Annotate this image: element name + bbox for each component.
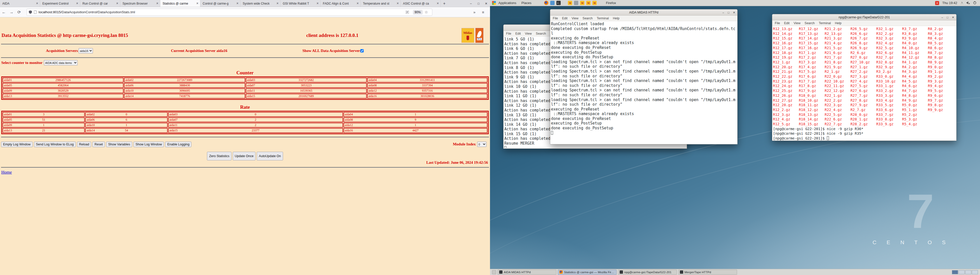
tab-close-icon[interactable]: ✕ xyxy=(116,2,118,5)
menu-file[interactable]: File xyxy=(506,32,511,35)
menu-edit[interactable]: Edit xyxy=(784,21,790,25)
volume-muted-icon[interactable] xyxy=(966,1,970,5)
menu-search[interactable]: Search xyxy=(536,32,546,35)
close-icon[interactable]: ✕ xyxy=(733,11,735,14)
hamburger-menu-icon[interactable]: ≡ xyxy=(479,10,487,14)
show-log-window-button[interactable]: Show Log Window xyxy=(134,142,164,147)
firefox-launcher-icon[interactable] xyxy=(544,1,549,5)
menu-help[interactable]: Help xyxy=(613,17,619,20)
back-button[interactable]: ← xyxy=(0,10,8,14)
reload-button[interactable]: Reload xyxy=(77,142,91,147)
menu-file[interactable]: File xyxy=(775,21,780,25)
focused-app-name[interactable]: Firefox xyxy=(606,1,616,5)
menu-help[interactable]: Help xyxy=(835,21,842,25)
show-variables-button[interactable]: Show Variables xyxy=(106,142,132,147)
files-launcher-icon[interactable] xyxy=(550,1,555,5)
reload-button[interactable]: ⟳ xyxy=(15,9,23,14)
home-link[interactable]: Home xyxy=(1,170,12,175)
midas-launcher-icon[interactable]: M xyxy=(592,1,597,5)
power-icon[interactable] xyxy=(973,1,977,5)
workspace-2[interactable] xyxy=(959,270,965,274)
tab-6[interactable]: Control @ carme-g✕ xyxy=(200,0,240,7)
send-log-window-to-elog-button[interactable]: Send Log Window to ELog xyxy=(34,142,76,147)
reset-button[interactable]: Reset xyxy=(92,142,105,147)
window-titlebar[interactable]: AIDA MIDAS HTTPd – □ ✕ xyxy=(550,9,737,16)
tab-close-icon[interactable]: ✕ xyxy=(317,2,319,5)
midas-launcher-icon[interactable]: M xyxy=(568,1,572,5)
module-index-select[interactable]: 0 xyxy=(477,142,487,147)
acquisition-server-select[interactable]: aida16 xyxy=(79,48,93,54)
places-menu[interactable]: Places xyxy=(519,1,534,5)
overflow-menu-icon[interactable]: » xyxy=(470,10,479,14)
close-icon[interactable]: ✕ xyxy=(482,2,490,5)
tab-close-icon[interactable]: ✕ xyxy=(396,2,399,5)
workspace-3[interactable] xyxy=(965,270,971,274)
tab-10[interactable]: Temperature and st✕ xyxy=(361,0,401,7)
menu-file[interactable]: File xyxy=(553,17,558,20)
close-icon[interactable]: ✕ xyxy=(952,16,954,19)
tab-2[interactable]: Experiment Control✕ xyxy=(40,0,80,7)
tab-close-icon[interactable]: ✕ xyxy=(156,2,159,5)
taskbar-button[interactable]: Statistics @ carme-gsi — Mozilla Fir… xyxy=(558,270,617,275)
counter-monitor-select[interactable]: AIDA ADC data items xyxy=(44,60,78,65)
menu-edit[interactable]: Edit xyxy=(515,32,521,35)
url-bar[interactable]: localhost:8015/DataAcquisitionControl/Da… xyxy=(27,9,432,16)
bookmark-star-icon[interactable]: ☆ xyxy=(425,10,428,14)
tab-close-icon[interactable]: ✕ xyxy=(356,2,359,5)
tab-11[interactable]: ASIC Control @ ca✕ xyxy=(401,0,441,7)
shield-icon[interactable] xyxy=(29,10,32,14)
clock[interactable]: Thu 19:42 xyxy=(942,1,957,5)
terminal-launcher-icon[interactable]: >_ xyxy=(556,1,561,5)
midas-launcher-icon[interactable]: M xyxy=(580,1,584,5)
tab-5[interactable]: Statistics @ carme✕ xyxy=(160,0,200,7)
autoupdate-on-button[interactable]: AutoUpdate On xyxy=(257,152,283,160)
terminal-output[interactable]: RunControlClient loadedCompleted custom … xyxy=(550,21,737,144)
tab-9[interactable]: FADC Align & Cont✕ xyxy=(321,0,361,7)
midas-launcher-icon[interactable]: M xyxy=(586,1,590,5)
enable-logging-button[interactable]: Enable Logging xyxy=(165,142,191,147)
reader-mode-icon[interactable] xyxy=(406,11,409,14)
terminal-output[interactable]: R12_13.gz R17_12.gz R21_2.gz R26_5.gz R3… xyxy=(772,26,956,141)
forward-button[interactable]: → xyxy=(8,10,15,14)
tab-4[interactable]: Spectrum Browser✕ xyxy=(120,0,160,7)
zero-statistics-button[interactable]: Zero Statistics xyxy=(207,152,231,160)
applications-menu[interactable]: Applications xyxy=(496,1,519,5)
new-tab-button[interactable]: + xyxy=(441,0,448,7)
tab-close-icon[interactable]: ✕ xyxy=(36,2,38,5)
menu-edit[interactable]: Edit xyxy=(562,17,568,20)
menu-view[interactable]: View xyxy=(525,32,532,35)
update-once-button[interactable]: Update Once xyxy=(233,152,256,160)
tab-3[interactable]: Run Control @ car✕ xyxy=(80,0,120,7)
menu-view[interactable]: View xyxy=(572,17,579,20)
tab-7[interactable]: System wide Check✕ xyxy=(240,0,280,7)
aida-midas-httpd-window[interactable]: AIDA MIDAS HTTPd – □ ✕ FileEditViewSearc… xyxy=(550,9,738,144)
minimize-icon[interactable]: – xyxy=(942,16,943,19)
maximize-icon[interactable]: □ xyxy=(728,11,729,14)
screenshot-launcher-icon[interactable] xyxy=(574,1,578,5)
maximize-icon[interactable]: □ xyxy=(947,16,948,19)
show-all-servers-checkbox[interactable] xyxy=(360,49,364,52)
minimize-icon[interactable]: – xyxy=(467,2,475,5)
tray-app-icon[interactable]: » xyxy=(935,1,939,5)
minimize-icon[interactable]: – xyxy=(722,11,724,14)
zoom-level-indicator[interactable]: 90% xyxy=(413,10,423,14)
tab-1[interactable]: AIDA✕ xyxy=(0,0,40,7)
page-info-icon[interactable] xyxy=(34,10,37,14)
empty-log-window-button[interactable]: Empty Log Window xyxy=(1,142,33,147)
workspace-1[interactable] xyxy=(952,270,958,274)
taskbar-button[interactable]: AIDA MIDAS HTTPd xyxy=(498,270,556,275)
window-titlebar[interactable]: npg@carme-gsi:/TapeData/G22-201 – □ ✕ xyxy=(772,14,956,21)
menu-terminal[interactable]: Terminal xyxy=(597,17,609,20)
menu-search[interactable]: Search xyxy=(583,17,593,20)
network-icon[interactable]: .?. xyxy=(960,2,963,5)
tab-close-icon[interactable]: ✕ xyxy=(236,2,239,5)
tab-close-icon[interactable]: ✕ xyxy=(196,2,199,5)
menu-search[interactable]: Search xyxy=(805,21,815,25)
tapedata-terminal-window[interactable]: npg@carme-gsi:/TapeData/G22-201 – □ ✕ Fi… xyxy=(772,14,956,141)
menu-terminal[interactable]: Terminal xyxy=(819,21,831,25)
tab-close-icon[interactable]: ✕ xyxy=(277,2,279,5)
workspace-4[interactable] xyxy=(972,270,978,274)
tab-8[interactable]: GSI White Rabbit T✕ xyxy=(280,0,321,7)
taskbar-button[interactable]: npg@carme-gsi:/TapeData/G22-201 xyxy=(618,270,677,275)
distro-menu-icon[interactable] xyxy=(492,1,496,5)
